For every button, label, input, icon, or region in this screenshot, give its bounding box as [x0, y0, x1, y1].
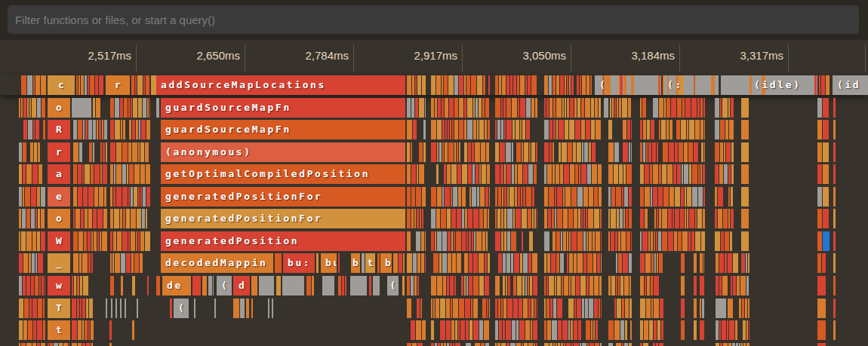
flame-stripes[interactable] — [544, 276, 602, 295]
flame-stripes[interactable] — [608, 187, 633, 207]
flame-sliver[interactable] — [833, 253, 836, 273]
flame-sliver[interactable] — [132, 276, 135, 295]
flame-sliver[interactable] — [120, 299, 122, 318]
flame-stripes[interactable] — [407, 343, 426, 346]
flame-stripes[interactable] — [544, 343, 602, 346]
flame-sliver[interactable] — [741, 231, 749, 251]
flame-sliver[interactable] — [377, 253, 380, 273]
flame-sliver[interactable] — [817, 98, 822, 118]
flame-stripes[interactable] — [110, 209, 151, 228]
flame-bar[interactable]: ( — [387, 276, 399, 295]
flame-sliver[interactable] — [137, 299, 138, 318]
flame-stripes[interactable] — [715, 120, 734, 139]
flame-sliver[interactable] — [132, 320, 134, 340]
flame-sliver[interactable] — [268, 299, 269, 318]
flame-sliver[interactable] — [822, 253, 826, 273]
flame-bar[interactable]: ( — [595, 75, 661, 95]
flame-stripes[interactable] — [19, 187, 46, 207]
flame-sliver[interactable] — [741, 164, 749, 184]
flame-stripes[interactable] — [640, 98, 706, 118]
flame-stripes[interactable] — [402, 276, 405, 295]
flame-stripes[interactable] — [715, 164, 734, 184]
flame-sliver[interactable] — [109, 343, 112, 346]
flame-sliver[interactable] — [362, 253, 365, 273]
flame-sliver[interactable] — [681, 253, 685, 273]
flame-sliver[interactable] — [833, 299, 836, 318]
timeline-ruler[interactable]: 2,517ms2,650ms2,784ms2,917ms3,050ms3,184… — [0, 40, 868, 73]
flame-sliver[interactable] — [817, 253, 821, 273]
flame-sliver[interactable] — [833, 320, 836, 340]
flame-stripes[interactable] — [715, 231, 734, 251]
flame-sliver[interactable] — [817, 164, 822, 184]
flame-sliver[interactable] — [322, 276, 334, 295]
flame-stripes[interactable] — [495, 75, 538, 95]
flame-sliver[interactable] — [823, 98, 829, 118]
flame-bar[interactable]: bu — [321, 253, 337, 273]
flame-sliver[interactable] — [194, 299, 195, 318]
flame-stripes[interactable] — [407, 276, 426, 295]
flame-bar[interactable]: e — [48, 187, 70, 207]
flame-bar[interactable]: W — [48, 231, 70, 251]
flame-sliver[interactable] — [681, 276, 685, 295]
flame-bar[interactable]: r — [48, 142, 70, 162]
flame-sliver[interactable] — [817, 209, 822, 228]
flame-stripes[interactable] — [819, 75, 830, 95]
flame-stripes[interactable] — [73, 253, 94, 273]
flame-sliver[interactable] — [694, 299, 697, 318]
flame-bar[interactable]: guardSourceMapFn — [161, 98, 405, 118]
flame-sliver[interactable] — [373, 276, 380, 295]
flame-stripes[interactable] — [544, 187, 602, 207]
flame-stripes[interactable] — [715, 209, 734, 228]
flame-stripes[interactable] — [338, 276, 347, 295]
flame-stripes[interactable] — [72, 276, 94, 295]
flame-stripes[interactable] — [208, 276, 214, 295]
flame-stripes[interactable] — [640, 142, 706, 162]
flame-sliver[interactable] — [833, 209, 836, 228]
flame-stripes[interactable] — [110, 231, 151, 251]
flame-sliver[interactable] — [833, 164, 836, 184]
flame-sliver[interactable] — [823, 120, 829, 139]
flame-stripes[interactable] — [407, 187, 426, 207]
flame-stripes[interactable] — [110, 187, 151, 207]
flame-stripes[interactable] — [495, 299, 538, 318]
flame-stripes[interactable] — [608, 299, 633, 318]
flame-stripes[interactable] — [407, 98, 426, 118]
flame-bar[interactable]: generatedPositionFor — [161, 209, 405, 228]
flame-stripes[interactable] — [716, 276, 750, 295]
flame-stripes[interactable] — [407, 142, 426, 162]
flame-sliver[interactable] — [604, 98, 608, 118]
flame-stripes[interactable] — [431, 75, 491, 95]
flame-sliver[interactable] — [109, 320, 112, 340]
flame-stripes[interactable] — [544, 120, 602, 139]
flame-sliver[interactable] — [111, 299, 112, 318]
flame-stripes[interactable] — [700, 320, 705, 340]
flame-sliver[interactable] — [681, 320, 685, 340]
flame-stripes[interactable] — [19, 209, 46, 228]
flame-sliver[interactable] — [823, 164, 829, 184]
flame-sliver[interactable] — [170, 299, 172, 318]
flame-stripes[interactable] — [608, 253, 633, 273]
flame-sliver[interactable] — [192, 276, 201, 295]
flame-stripes[interactable] — [495, 209, 538, 228]
flame-stripes[interactable] — [76, 75, 104, 95]
flame-stripes[interactable] — [716, 253, 750, 273]
flame-sliver[interactable] — [156, 98, 159, 118]
flame-stripes[interactable] — [110, 120, 151, 139]
flame-stripes[interactable] — [431, 320, 491, 340]
flame-stripes[interactable] — [495, 164, 538, 184]
flame-stripes[interactable] — [431, 142, 491, 162]
flame-stripes[interactable] — [73, 142, 108, 162]
flame-bar[interactable]: w — [48, 276, 70, 295]
flame-sliver[interactable] — [741, 120, 749, 139]
flame-stripes[interactable] — [608, 343, 633, 346]
flame-stripes[interactable] — [19, 142, 46, 162]
flame-bar[interactable]: bu — [380, 253, 392, 273]
flame-sliver[interactable] — [125, 299, 126, 318]
flame-sliver[interactable] — [147, 276, 149, 295]
flame-sliver[interactable] — [275, 253, 282, 273]
flame-sliver[interactable] — [151, 75, 156, 95]
flame-stripes[interactable] — [544, 320, 602, 340]
flame-stripes[interactable] — [431, 231, 491, 251]
flame-sliver[interactable] — [110, 276, 114, 295]
flame-bar[interactable]: getOptimalCompiledPosition — [161, 164, 405, 184]
